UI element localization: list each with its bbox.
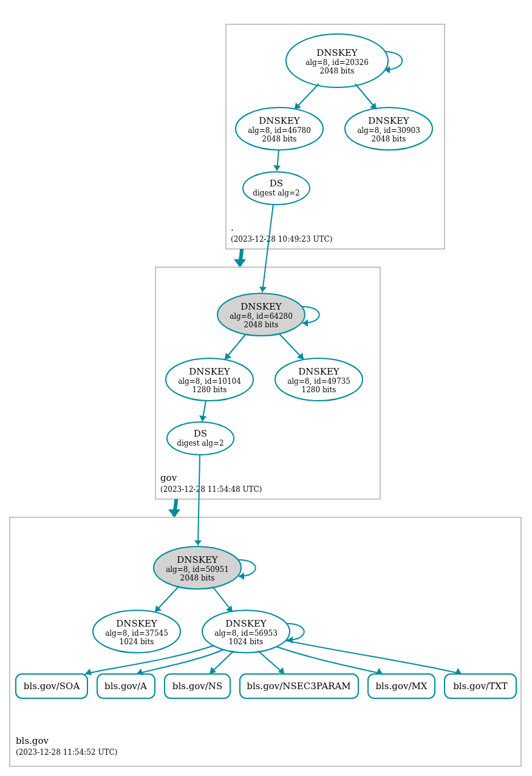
arrow-delegation-gov-bls — [168, 509, 180, 517]
node-gov-zsk1-bits: 1280 bits — [193, 386, 227, 394]
arrow-zsk2-nsec3 — [278, 667, 284, 674]
zone-bls-timestamp: (2023-12-28 11:54:52 UTC) — [16, 748, 117, 757]
zone-bls-label: bls.gov — [16, 735, 49, 746]
node-bls-ksk-alg: alg=8, id=50951 — [166, 565, 229, 574]
node-gov-zsk1: DNSKEY alg=8, id=10104 1280 bits — [166, 358, 253, 401]
arrow-root-zsk1-ds — [273, 165, 281, 171]
zone-bls: bls.gov (2023-12-28 11:54:52 UTC) DNSKEY… — [10, 455, 521, 766]
node-gov-ksk-title: DNSKEY — [240, 301, 282, 312]
node-root-zsk1-alg: alg=8, id=46780 — [248, 126, 311, 135]
node-gov-ksk-alg: alg=8, id=64280 — [230, 312, 293, 321]
node-gov-ds-title: DS — [194, 428, 207, 439]
node-gov-zsk1-title: DNSKEY — [189, 366, 231, 377]
arrow-zsk2-txt — [455, 668, 462, 675]
node-gov-ds-alg: digest alg=2 — [177, 439, 223, 448]
node-root-zsk2-alg: alg=8, id=30903 — [357, 126, 420, 135]
node-bls-ksk-title: DNSKEY — [177, 554, 219, 565]
node-root-zsk2-title: DNSKEY — [368, 115, 410, 126]
node-bls-zsk1-title: DNSKEY — [116, 618, 158, 629]
node-rr-soa: bls.gov/SOA — [16, 674, 87, 698]
arrow-bls-ksk-zsk2 — [226, 605, 233, 612]
node-root-zsk1-title: DNSKEY — [259, 115, 301, 126]
node-root-ksk: DNSKEY alg=8, id=20326 2048 bits — [286, 34, 388, 87]
node-rr-nsec3param: bls.gov/NSEC3PARAM — [240, 674, 358, 698]
node-gov-ds: DS digest alg=2 — [167, 422, 234, 455]
rr-a-label: bls.gov/A — [104, 681, 147, 692]
node-gov-zsk2-title: DNSKEY — [298, 366, 340, 377]
node-gov-zsk2-alg: alg=8, id=49735 — [287, 377, 350, 386]
node-root-zsk1: DNSKEY alg=8, id=46780 2048 bits — [236, 107, 323, 150]
arrow-gov-ds-bls-ksk — [194, 540, 202, 545]
node-bls-zsk2-alg: alg=8, id=56953 — [214, 629, 278, 638]
node-root-ds: DS digest alg=2 — [243, 172, 310, 205]
node-root-ksk-bits: 2048 bits — [320, 67, 355, 75]
node-gov-zsk1-alg: alg=8, id=10104 — [178, 377, 241, 386]
node-bls-zsk1-alg: alg=8, id=37545 — [105, 629, 168, 638]
edge-zsk2-mx — [276, 647, 383, 674]
arrow-root-ksk-zsk2 — [370, 103, 377, 109]
zone-gov-timestamp: (2023-12-28 11:54:48 UTC) — [160, 485, 262, 494]
node-bls-zsk1: DNSKEY alg=8, id=37545 1024 bits — [93, 610, 180, 653]
node-root-zsk2: DNSKEY alg=8, id=30903 2048 bits — [345, 107, 432, 150]
node-bls-zsk2-title: DNSKEY — [225, 618, 267, 629]
node-gov-zsk2-bits: 1280 bits — [302, 386, 336, 394]
node-rr-txt: bls.gov/TXT — [445, 674, 516, 698]
rr-nsec3param-label: bls.gov/NSEC3PARAM — [247, 681, 350, 692]
rr-txt-label: bls.gov/TXT — [453, 681, 508, 692]
arrow-zsk2-mx — [376, 668, 383, 675]
node-rr-a: bls.gov/A — [97, 674, 155, 698]
node-rr-mx: bls.gov/MX — [368, 674, 435, 698]
node-root-ds-title: DS — [270, 178, 283, 189]
arrow-root-ds-gov-ksk — [259, 287, 267, 292]
node-root-ksk-title: DNSKEY — [316, 47, 358, 58]
arrow-gov-zsk1-ds — [199, 415, 206, 421]
node-gov-ksk: DNSKEY alg=8, id=64280 2048 bits — [217, 293, 305, 336]
node-bls-zsk2-bits: 1024 bits — [229, 638, 264, 646]
rr-soa-label: bls.gov/SOA — [24, 681, 80, 692]
node-bls-ksk: DNSKEY alg=8, id=50951 2048 bits — [154, 546, 241, 589]
rr-ns-label: bls.gov/NS — [172, 681, 222, 692]
edge-gov-ds-bls-ksk — [198, 455, 200, 545]
node-gov-ksk-bits: 2048 bits — [244, 321, 279, 329]
zone-gov-label: gov — [160, 472, 177, 483]
node-root-ksk-alg: alg=8, id=20326 — [305, 58, 369, 67]
node-gov-zsk2: DNSKEY alg=8, id=49735 1280 bits — [275, 358, 363, 401]
node-bls-zsk1-bits: 1024 bits — [120, 638, 154, 646]
zone-gov: gov (2023-12-28 11:54:48 UTC) DNSKEY alg… — [155, 204, 380, 499]
node-rr-ns: bls.gov/NS — [165, 674, 230, 698]
zone-root: . (2023-12-28 10:49:23 UTC) DNSKEY alg=8… — [226, 24, 445, 249]
node-root-zsk1-bits: 2048 bits — [262, 135, 297, 143]
zone-root-label: . — [231, 222, 234, 233]
node-root-ds-alg: digest alg=2 — [253, 189, 299, 197]
node-bls-ksk-bits: 2048 bits — [180, 574, 215, 582]
arrow-gov-ksk-zsk1 — [225, 353, 231, 359]
zone-root-timestamp: (2023-12-28 10:49:23 UTC) — [231, 235, 332, 243]
node-root-zsk2-bits: 2048 bits — [372, 135, 406, 143]
edge-root-ds-gov-ksk — [262, 204, 273, 292]
rr-mx-label: bls.gov/MX — [375, 681, 427, 692]
arrow-delegation-root-gov — [234, 259, 246, 267]
